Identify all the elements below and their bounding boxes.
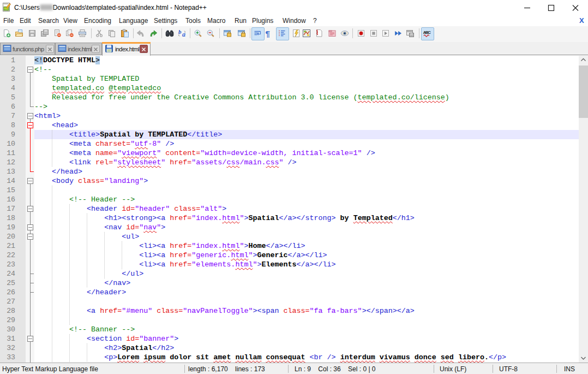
svg-text:b: b <box>178 29 182 35</box>
svg-text:¶: ¶ <box>265 29 269 38</box>
svg-text:ABC: ABC <box>423 30 431 35</box>
